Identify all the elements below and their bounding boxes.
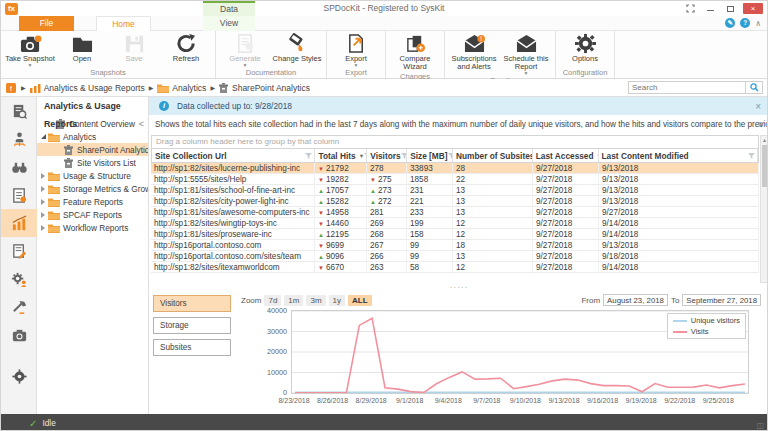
maximize-button[interactable] [723,3,738,14]
tree-collapsed-icon[interactable] [39,212,47,218]
subscriptions-and-alerts-button[interactable]: !Subscriptions and Alerts [448,32,500,71]
legend-item: Unique visitors [673,316,740,325]
table-row[interactable]: http://sp1:82/sites/wingtip-toys-inc▼144… [151,218,759,229]
zoom-option-7d[interactable]: 7d [264,295,281,306]
tree-item-feature-reports[interactable]: Feature Reports [37,195,148,208]
splitter-handle[interactable]: ····· [149,285,768,293]
zoom-option-3m[interactable]: 3m [306,295,325,306]
column-header-site-collection-url[interactable]: Site Collection Url [152,149,315,162]
camera-icon [19,33,42,54]
cell: 13 [453,207,533,218]
tree-item-sharepoint-analytics[interactable]: SharePoint Analytics [37,143,148,156]
tab-home[interactable]: Home [96,16,151,31]
series-button-storage[interactable]: Storage [153,317,231,334]
refresh-icon [175,33,198,54]
tree-item-site-visitors-list[interactable]: Site Visitors List [37,156,148,169]
rail-reports-icon[interactable] [1,181,37,209]
tab-file[interactable]: File [19,16,74,31]
search-input[interactable] [628,81,746,94]
rail-manage-icon[interactable] [1,265,37,293]
series-button-subsites[interactable]: Subsites [153,339,231,356]
export-button[interactable]: Export▼ [330,32,382,67]
column-header-last-accessed[interactable]: Last Accessed▼ [533,149,599,162]
reports-panel: Analytics & Usage Reports < Content Over… [37,97,149,414]
table-row[interactable]: http://sp1:81/sites/school-of-fine-art-i… [151,185,759,196]
column-header-number-of-subsites[interactable]: Number of Subsites [453,149,533,162]
rail-snapshot-camera-icon[interactable] [1,321,37,349]
change-styles-button[interactable]: Change Styles [271,32,323,63]
collapse-panel-icon[interactable]: < [139,115,144,133]
breadcrumb-item-analytics[interactable]: Analytics [157,83,206,93]
table-row[interactable]: http://sp16portal.contoso.com/sites/team… [151,251,759,262]
tree-collapsed-icon[interactable] [39,173,47,179]
contextual-tab-data[interactable]: Data [203,1,255,16]
filter-funnel-icon[interactable] [305,153,312,159]
ribbon-group-label: Export [330,67,382,78]
rail-binoculars-icon[interactable] [1,153,37,181]
grid-scrollbar[interactable]: ▲ [760,135,768,283]
filter-funnel-icon[interactable] [748,153,755,159]
resize-grip[interactable]: ◫ [756,421,764,430]
table-row[interactable]: http://sp1:82/sites/itexamworldcom▼66702… [151,262,759,273]
cell: 9/27/2018 [533,196,599,207]
rail-documentation-icon[interactable] [1,237,37,265]
zoom-option-1y[interactable]: 1y [329,295,345,306]
fit-screen-icon[interactable] [683,3,698,14]
ribbon-group-label: Configuration [559,67,611,78]
help-icon[interactable]: ? [740,18,750,28]
to-date-input[interactable]: September 27, 2018 [682,294,761,306]
rail-analytics-icon[interactable] [1,209,37,237]
group-by-hint[interactable]: Drag a column header here to group by th… [151,135,759,149]
cell: http://sp16portal.contoso.com [151,240,315,251]
tab-view[interactable]: View [203,16,255,31]
breadcrumb-item-analytics-usage-reports[interactable]: Analytics & Usage Reports [30,83,145,93]
description-expand-icon[interactable]: ∨ [757,120,763,129]
feedback-chat-icon[interactable]: ✎ [725,18,735,28]
rail-tools-icon[interactable] [1,293,37,321]
compare-wizard-button[interactable]: Compare Wizard [389,32,441,71]
refresh-button[interactable]: Refresh [160,32,212,63]
tree-item-workflow-reports[interactable]: Workflow Reports [37,221,148,234]
rail-farm-explorer-icon[interactable] [1,97,37,125]
breadcrumb-item-sharepoint-analytics[interactable]: SharePoint Analytics [219,83,310,93]
table-row[interactable]: http://sp16portal.contoso.com▼9699267991… [151,240,759,251]
schedule-this-report-button[interactable]: Schedule this Report▼ [500,32,552,75]
filter-funnel-icon[interactable] [401,153,408,159]
tree-expanded-icon[interactable] [39,134,47,139]
table-row[interactable]: http://sp1:82/sites/city-power-light-inc… [151,196,759,207]
tree-item-storage-metrics-growth[interactable]: Storage Metrics & Growth [37,182,148,195]
rail-permissions-icon[interactable] [1,125,37,153]
column-header-size-mb-[interactable]: Size [MB] [407,149,453,162]
tree-collapsed-icon[interactable] [39,225,47,231]
cell: 231 [407,185,453,196]
cell: 13 [453,196,533,207]
options-button[interactable]: Options [559,32,611,63]
column-header-visitors[interactable]: Visitors [367,149,407,162]
search-icon[interactable] [746,81,763,94]
zoom-option-all[interactable]: ALL [348,295,372,306]
tree-item-usage-structure[interactable]: Usage & Structure [37,169,148,182]
tree-collapsed-icon[interactable] [39,199,47,205]
series-button-visitors[interactable]: Visitors [153,295,231,312]
from-date-input[interactable]: August 23, 2018 [603,294,668,306]
tree-collapsed-icon[interactable] [39,186,47,192]
left-icon-rail [1,97,37,414]
info-close-icon[interactable]: × [755,101,761,112]
close-button[interactable]: × [743,3,763,14]
table-row[interactable]: http://sp1:81/sites/proseware-inc▲121952… [151,229,759,240]
rail-settings-gear-icon[interactable] [1,362,37,390]
cell: 267 [367,240,407,251]
zoom-option-1m[interactable]: 1m [284,295,303,306]
table-row[interactable]: http://sp1:82/sites/lucerne-publishing-i… [151,163,759,174]
column-header-total-hits[interactable]: Total Hits▼ [315,149,367,162]
collapse-ribbon-icon[interactable]: ∧ [755,19,761,28]
column-header-last-content-modified[interactable]: Last Content Modified [599,149,758,162]
info-icon: i [159,101,169,111]
minimize-button[interactable] [703,3,718,14]
table-row[interactable]: http://sp1:81/sites/awesome-computers-in… [151,207,759,218]
tree-item-spcaf-reports[interactable]: SPCAF Reports [37,208,148,221]
breadcrumb-item-home[interactable]: f [6,83,17,93]
take-snapshot-button[interactable]: Take Snapshot▼ [4,32,56,67]
open-button[interactable]: Open [56,32,108,63]
table-row[interactable]: http://sp1:5555/sites/Help▼19282▼2751858… [151,174,759,185]
